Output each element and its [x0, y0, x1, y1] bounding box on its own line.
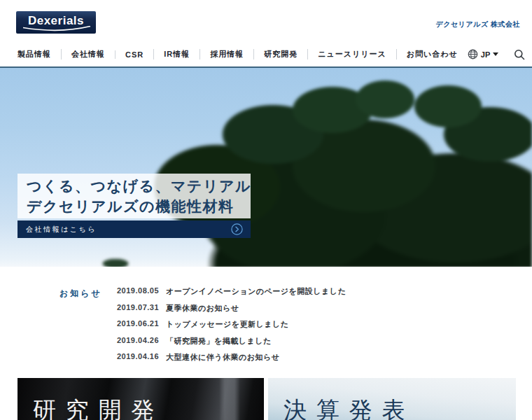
- search-button[interactable]: [514, 49, 525, 60]
- hero-headline-line1: つくる、つなげる、マテリアル: [27, 176, 251, 196]
- news-title: トップメッセージを更新しました: [166, 319, 289, 330]
- dexerials-logo[interactable]: Dexerials: [16, 11, 96, 34]
- news-date: 2019.08.05: [117, 286, 166, 295]
- news-item[interactable]: 2019.08.05 オープンイノベーションのページを開設しました: [117, 286, 346, 303]
- nav-item-ir[interactable]: IR情報: [153, 49, 200, 59]
- company-info-cta-button[interactable]: 会社情報はこちら: [18, 220, 251, 238]
- news-section: お知らせ 2019.08.05 オープンイノベーションのページを開設しました 2…: [0, 267, 532, 369]
- hero-headline-line2: デクセリアルズの機能性材料: [27, 196, 251, 216]
- feature-banners: 研究開発 決算発表: [0, 378, 532, 420]
- news-list: 2019.08.05 オープンイノベーションのページを開設しました 2019.0…: [117, 286, 346, 369]
- hero-distant-tree: [91, 253, 140, 267]
- main-navigation: 製品情報 会社情報 CSR IR情報 採用情報 研究開発 ニュースリリース お問…: [0, 42, 532, 66]
- arrow-right-circle-icon: [231, 223, 243, 235]
- news-item[interactable]: 2019.07.31 夏季休業のお知らせ: [117, 303, 346, 320]
- news-item[interactable]: 2019.04.16 大型連休に伴う休業のお知らせ: [117, 352, 346, 369]
- news-title: 大型連休に伴う休業のお知らせ: [166, 352, 280, 363]
- nav-list: 製品情報 会社情報 CSR IR情報 採用情報 研究開発 ニュースリリース お問…: [18, 49, 468, 59]
- nav-item-recruit[interactable]: 採用情報: [200, 49, 253, 59]
- banner-research-development[interactable]: 研究開発: [18, 378, 264, 420]
- hero-banner: つくる、つなげる、マテリアル デクセリアルズの機能性材料 会社情報はこちら: [0, 66, 532, 267]
- nav-item-company[interactable]: 会社情報: [61, 49, 115, 59]
- news-title: 夏季休業のお知らせ: [166, 303, 239, 314]
- chevron-down-icon: [493, 52, 498, 56]
- nav-item-news[interactable]: ニュースリリース: [307, 49, 396, 59]
- top-header: Dexerials デクセリアルズ 株式会社: [0, 0, 532, 42]
- news-date: 2019.04.16: [117, 352, 166, 360]
- nav-item-contact[interactable]: お問い合わせ: [396, 49, 468, 59]
- hero-copy-box: つくる、つなげる、マテリアル デクセリアルズの機能性材料: [18, 174, 251, 218]
- news-title: オープンイノベーションのページを開設しました: [166, 286, 346, 297]
- nav-item-rd[interactable]: 研究開発: [253, 49, 307, 59]
- news-item[interactable]: 2019.04.26 「研究開発」を掲載しました: [117, 336, 346, 353]
- search-icon: [514, 49, 525, 60]
- language-label: JP: [481, 50, 490, 59]
- news-heading: お知らせ: [59, 286, 117, 369]
- news-item[interactable]: 2019.06.21 トップメッセージを更新しました: [117, 319, 346, 336]
- logo-swoosh: [22, 26, 91, 31]
- dexerials-homepage: Dexerials デクセリアルズ 株式会社 製品情報 会社情報 CSR IR情…: [0, 0, 532, 420]
- news-date: 2019.07.31: [117, 303, 166, 312]
- banner-label: 決算発表: [284, 395, 414, 420]
- news-date: 2019.06.21: [117, 319, 166, 328]
- cta-label: 会社情報はこちら: [26, 225, 97, 234]
- language-switcher[interactable]: JP: [468, 49, 498, 59]
- nav-utilities: JP: [468, 49, 525, 60]
- nav-item-products[interactable]: 製品情報: [18, 49, 61, 59]
- banner-financial-results[interactable]: 決算発表: [268, 378, 516, 420]
- news-title: 「研究開発」を掲載しました: [166, 336, 272, 346]
- nav-item-csr[interactable]: CSR: [115, 50, 153, 59]
- news-date: 2019.04.26: [117, 336, 166, 344]
- globe-icon: [468, 49, 478, 59]
- banner-label: 研究開発: [33, 395, 164, 420]
- company-name: デクセリアルズ 株式会社: [436, 20, 520, 29]
